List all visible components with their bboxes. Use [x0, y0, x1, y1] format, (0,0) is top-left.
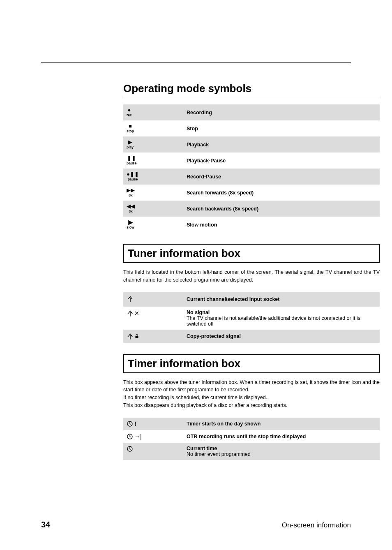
table-row: ■ stop Stop [123, 120, 380, 136]
table-row: Current channel/selected input socket [123, 292, 380, 307]
timer-table: ! Timer starts on the day shown →| OTR r… [123, 418, 380, 460]
row-text: Playback [183, 136, 380, 153]
row-text: Copy-protected signal [183, 330, 380, 343]
table-row: |▶ slow Slow motion [123, 217, 380, 233]
table-row: ▶ play Playback [123, 136, 380, 153]
fast-forward-icon: ▶▶ 8x [127, 187, 135, 197]
heading-operating-mode-symbols: Operating mode symbols [123, 82, 380, 96]
operating-mode-table: ● rec Recording ■ stop Stop [123, 104, 380, 233]
heading-timer-information-box: Timer information box [123, 354, 380, 373]
table-row: Current time No timer event programmed [123, 443, 380, 460]
footer-title: On-screen information [282, 521, 351, 529]
row-text: Current channel/selected input socket [183, 292, 380, 307]
table-row: →| OTR recording runs until the stop tim… [123, 430, 380, 443]
table-row: ! Timer starts on the day shown [123, 418, 380, 430]
stop-icon: ■ stop [127, 123, 134, 133]
tuner-table: Current channel/selected input socket ✕ … [123, 292, 380, 343]
record-pause-icon: ●❚❚ pause [127, 171, 139, 181]
table-row: ● rec Recording [123, 104, 380, 120]
pause-icon: ❚❚ pause [127, 155, 137, 165]
table-row: ❚❚ pause Playback-Pause [123, 153, 380, 169]
row-text: Timer starts on the day shown [183, 418, 380, 430]
row-text: Search forwards (8x speed) [183, 185, 380, 201]
table-row: ●❚❚ pause Record-Pause [123, 169, 380, 185]
row-text: No signal The TV channel is not availabl… [183, 307, 380, 330]
row-text: Current time No timer event programmed [183, 443, 380, 460]
row-text: Stop [183, 120, 380, 136]
clock-arrow-icon: →| [127, 433, 142, 440]
table-row: Copy-protected signal [123, 330, 380, 343]
table-row: ▶▶ 8x Search forwards (8x speed) [123, 185, 380, 201]
row-text: Recording [183, 104, 380, 120]
antenna-icon [127, 295, 134, 304]
heading-tuner-information-box: Tuner information box [123, 244, 380, 263]
timer-intro: This box appears above the tuner informa… [123, 379, 380, 409]
row-text: OTR recording runs until the stop time d… [183, 430, 380, 443]
rewind-icon: ◀◀ 8x [127, 203, 135, 213]
row-text: Playback-Pause [183, 153, 380, 169]
table-row: ◀◀ 8x Search backwards (8x speed) [123, 201, 380, 217]
clock-alert-icon: ! [127, 421, 136, 428]
tuner-intro: This field is located in the bottom left… [123, 268, 380, 284]
antenna-locked-icon [127, 333, 139, 340]
antenna-nosignal-icon: ✕ [127, 310, 139, 317]
row-text: Record-Pause [183, 169, 380, 185]
slow-icon: |▶ slow [127, 220, 134, 229]
row-text: Slow motion [183, 217, 380, 233]
clock-icon [127, 446, 133, 453]
record-icon: ● rec [127, 107, 132, 117]
table-row: ✕ No signal The TV channel is not availa… [123, 307, 380, 330]
play-icon: ▶ play [127, 139, 134, 149]
row-text: Search backwards (8x speed) [183, 201, 380, 217]
page-number: 34 [41, 520, 50, 529]
